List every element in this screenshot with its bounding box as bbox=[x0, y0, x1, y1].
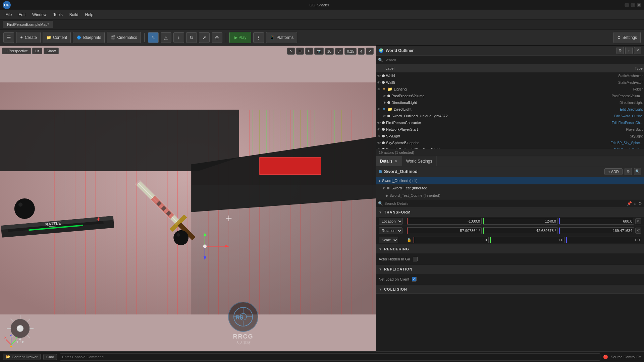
visibility-icon[interactable]: 👁 bbox=[383, 94, 386, 98]
component-row-inherited1[interactable]: ▼ Sword_Test (Inherited) bbox=[376, 184, 644, 192]
rendering-section-header[interactable]: ▼ RENDERING bbox=[376, 245, 644, 253]
visibility-icon[interactable]: 👁 bbox=[377, 121, 381, 125]
rotation-x-input[interactable] bbox=[407, 227, 482, 234]
visibility-icon[interactable]: 👁 bbox=[383, 101, 386, 105]
cmd-button[interactable]: Cmd bbox=[43, 354, 57, 360]
menu-edit[interactable]: Edit bbox=[16, 11, 28, 18]
outliner-row-dirlight[interactable]: 👁 DirectionalLight DirectionalLight bbox=[376, 99, 644, 106]
hidden-in-game-checkbox[interactable] bbox=[413, 257, 418, 261]
maximize-button[interactable]: □ bbox=[631, 3, 635, 7]
details-search-input[interactable] bbox=[384, 201, 626, 205]
maximize-viewport-button[interactable]: ⤢ bbox=[366, 48, 374, 55]
angle-display: 5° bbox=[335, 48, 343, 55]
menu-file[interactable]: File bbox=[3, 11, 14, 18]
visibility-icon[interactable]: 👁 bbox=[377, 108, 381, 111]
outliner-row-lighting-folder[interactable]: 👁 ▼ 📁 Lighting Folder bbox=[376, 86, 644, 93]
rotate-tool-button[interactable]: ↻ bbox=[186, 32, 197, 43]
scale-x-input[interactable] bbox=[414, 237, 489, 243]
play-options-button[interactable]: ⋮ bbox=[253, 32, 264, 43]
sidebar-toggle-button[interactable]: ☰ bbox=[3, 32, 14, 43]
perspective-mode-button[interactable]: □ Perspective bbox=[2, 48, 31, 54]
visibility-icon[interactable]: 👁 bbox=[377, 74, 381, 78]
outliner-row-wall5[interactable]: 👁 Wall5 StaticMeshActor bbox=[376, 79, 644, 86]
place-tool-button[interactable]: △ bbox=[161, 32, 171, 43]
content-drawer-button[interactable]: 📂 Content Drawer bbox=[3, 354, 41, 360]
location-z-input[interactable]: 600.0 bbox=[559, 218, 634, 225]
replication-section-header[interactable]: ▼ REPLICATION bbox=[376, 265, 644, 274]
visibility-icon[interactable]: 👁 bbox=[383, 114, 386, 118]
outliner-row-wall4[interactable]: 👁 Wall4 StaticMeshActor bbox=[376, 72, 644, 79]
settings-button[interactable]: ⚙ Settings bbox=[613, 32, 641, 43]
net-load-checkbox[interactable] bbox=[412, 277, 417, 282]
play-button[interactable]: ▶ Play bbox=[229, 32, 252, 43]
move-tool-button[interactable]: ↕ bbox=[173, 32, 184, 43]
console-input[interactable] bbox=[60, 353, 600, 361]
visibility-icon[interactable]: 👁 bbox=[377, 128, 381, 131]
location-reset-button[interactable]: ↺ bbox=[635, 218, 641, 224]
map-tab[interactable]: FirstPersonExampleMap* bbox=[3, 21, 53, 28]
rotation-y-input[interactable] bbox=[483, 227, 558, 234]
rotation-reset-button[interactable]: ↺ bbox=[635, 228, 641, 234]
outliner-row-sword-unique4572[interactable]: 👁 Sword_Outlined_UniqueLight4572 Edit Sw… bbox=[376, 113, 644, 119]
visibility-icon[interactable]: 👁 bbox=[377, 87, 381, 91]
outliner-row-directlight-folder[interactable]: 👁 ▼ 📁 DirectLight Edit DirectLight bbox=[376, 106, 644, 113]
content-icon: 📁 bbox=[46, 35, 51, 40]
visibility-icon[interactable]: 👁 bbox=[377, 81, 381, 84]
outliner-close-icon[interactable]: ✕ bbox=[634, 47, 641, 54]
select-tool-button[interactable]: ↖ bbox=[148, 32, 159, 43]
scale-tool-button[interactable]: ⤢ bbox=[199, 32, 210, 43]
outliner-row-sword-dir1[interactable]: 👁 Sword_Outlined_DirectionalLight Edit S… bbox=[376, 146, 644, 149]
outliner-settings-icon[interactable]: ⚙ bbox=[616, 47, 624, 54]
menu-help[interactable]: Help bbox=[82, 11, 96, 18]
scale-lock-icon[interactable]: 🔒 bbox=[407, 238, 412, 242]
snap-rotate-button[interactable]: ↻ bbox=[305, 48, 313, 55]
menu-build[interactable]: Build bbox=[67, 11, 81, 18]
outliner-row-networkplayer[interactable]: 👁 NetworkPlayerStart PlayerStart bbox=[376, 126, 644, 133]
outliner-search-input[interactable] bbox=[384, 58, 642, 62]
details-options-icon[interactable]: ⚙ bbox=[625, 168, 632, 175]
create-button[interactable]: ✦ Create bbox=[16, 32, 41, 43]
rotation-dropdown[interactable]: Rotation bbox=[379, 227, 402, 234]
lit-mode-button[interactable]: Lit bbox=[32, 48, 42, 54]
transform-section-header[interactable]: ▼ TRANSFORM bbox=[376, 208, 644, 217]
location-y-input[interactable]: 1240.0 bbox=[483, 218, 558, 225]
camera-speed-button[interactable]: 📷 bbox=[314, 48, 324, 55]
scale-dropdown[interactable]: Scale bbox=[379, 237, 398, 243]
scale-y-input[interactable] bbox=[490, 237, 565, 243]
scale-z-input[interactable] bbox=[566, 237, 641, 243]
collision-section-header[interactable]: ▼ COLLISION bbox=[376, 285, 644, 294]
blueprints-button[interactable]: 🔷 Blueprints bbox=[73, 32, 105, 43]
outliner-row-skysphere[interactable]: 👁 SkySphereBlueprint Edit BP_Sky_Spher..… bbox=[376, 139, 644, 146]
outliner-row-skylight[interactable]: 👁 SkyLight SkyLight bbox=[376, 133, 644, 139]
rotation-z-input[interactable] bbox=[559, 227, 634, 234]
close-button[interactable]: ✕ bbox=[637, 3, 641, 7]
show-options-button[interactable]: Show bbox=[44, 48, 59, 54]
minimize-button[interactable]: ─ bbox=[625, 3, 629, 7]
add-component-button[interactable]: + ADD bbox=[604, 168, 623, 175]
snap-translate-button[interactable]: ⊞ bbox=[296, 48, 304, 55]
platforms-button[interactable]: 📱 Platforms bbox=[266, 32, 297, 43]
details-search-icon[interactable]: 🔍 bbox=[634, 168, 641, 175]
visibility-icon[interactable]: 👁 bbox=[377, 141, 381, 145]
cinematics-button[interactable]: 🎬 Cinematics bbox=[107, 32, 141, 43]
pin-icon[interactable]: 📌 bbox=[627, 201, 632, 206]
tab-details[interactable]: Details ✕ bbox=[376, 156, 402, 166]
select-mode-button[interactable]: ↖ bbox=[287, 48, 295, 55]
visibility-icon[interactable]: 👁 bbox=[377, 134, 381, 138]
component-row-self[interactable]: ● Sword_Outlined (self) bbox=[376, 177, 644, 184]
tab-world-settings[interactable]: World Settings bbox=[402, 156, 437, 166]
settings-icon[interactable]: ⚙ bbox=[638, 201, 642, 206]
viewport[interactable]: + RATTLE bbox=[0, 46, 376, 351]
outliner-row-postprocess[interactable]: 👁 PostProcessVolume PostProcessVolum... bbox=[376, 93, 644, 99]
details-tab-close-icon[interactable]: ✕ bbox=[394, 159, 398, 164]
content-button[interactable]: 📁 Content bbox=[43, 32, 71, 43]
menu-tools[interactable]: Tools bbox=[51, 11, 65, 18]
menu-window[interactable]: Window bbox=[30, 11, 49, 18]
component-row-inherited2[interactable]: ◆ Sword_Test_Outline (Inherited) bbox=[376, 192, 644, 199]
transform-mode-button[interactable]: ⊕ bbox=[212, 32, 222, 43]
location-x-input[interactable]: -1080.0 bbox=[407, 218, 482, 225]
outliner-add-icon[interactable]: + bbox=[625, 47, 633, 54]
star-icon[interactable]: ☆ bbox=[633, 201, 637, 206]
outliner-row-fpc[interactable]: 👁 FirstPersonCharacter Edit FirstPersonC… bbox=[376, 119, 644, 126]
location-dropdown[interactable]: Location World Relative bbox=[379, 218, 403, 225]
